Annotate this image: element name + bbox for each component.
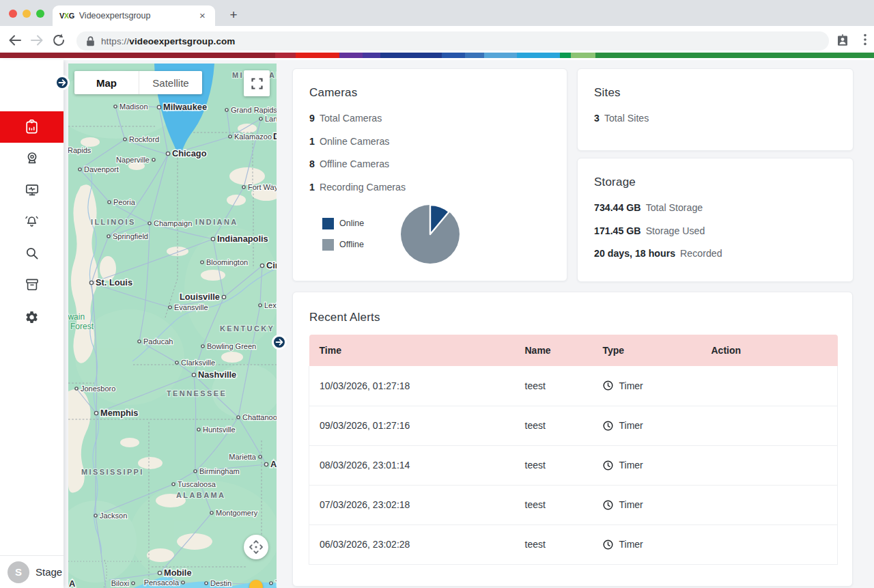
stat-row: 9Total Cameras (309, 113, 406, 124)
sidebar-item-monitors[interactable] (0, 174, 64, 206)
alert-name: teest (525, 445, 603, 485)
stripe-segment (339, 53, 363, 58)
storage-card: Storage 734.44 GBTotal Storage171.45 GBS… (577, 158, 854, 282)
map-expand-button[interactable] (272, 335, 287, 350)
map-city-dot (242, 186, 245, 188)
map-city-label: Lansing (265, 115, 277, 123)
clock-icon (603, 460, 613, 471)
legend-swatch (322, 218, 334, 229)
alert-time: 07/03/2026, 23:02:18 (309, 485, 525, 524)
map-city-dot (210, 512, 213, 514)
map-city-dot (260, 264, 264, 267)
alerts-table-header: TimeNameTypeAction (309, 335, 838, 366)
alert-row[interactable]: 09/03/2026, 01:27:16teestTimer (309, 406, 838, 445)
stripe-segment (465, 53, 484, 58)
alert-time: 09/03/2026, 01:27:16 (309, 406, 525, 445)
map-city-label: Madison (119, 102, 148, 111)
stat-row: 20 days, 18 hoursRecorded (594, 248, 722, 260)
sidebar-item-cameras[interactable] (0, 143, 64, 174)
alert-row[interactable]: 10/03/2026, 01:27:18teestTimer (309, 366, 838, 406)
map-city-label: Fort Wayne (248, 183, 277, 191)
new-tab-button[interactable]: + (225, 8, 242, 24)
map-city-dot (152, 158, 155, 161)
alert-action (711, 406, 838, 445)
legend-item: Offline (322, 238, 364, 251)
alert-row[interactable]: 07/03/2026, 23:02:18teestTimer (309, 485, 838, 524)
stat-label: Total Storage (646, 202, 703, 213)
map-city-dot (259, 456, 262, 458)
legend-label: Online (339, 219, 364, 228)
sidebar-item-dashboard[interactable] (0, 111, 64, 143)
recent-alerts-card: Recent Alerts TimeNameTypeAction 10/03/2… (292, 292, 853, 587)
map-city-dot (201, 261, 203, 264)
reload-icon[interactable] (50, 31, 68, 49)
map-city-label: Huntsville (203, 425, 236, 434)
map-city-dot (222, 295, 225, 298)
map-city-label: Louisville (180, 292, 220, 302)
map-city-label: Davenport (84, 165, 119, 173)
map-button[interactable]: Map (74, 71, 139, 94)
avatar: S (8, 561, 29, 583)
window-minimize-button[interactable] (23, 10, 31, 18)
map-city-label: Lexington (264, 301, 277, 309)
alerts-table: TimeNameTypeAction 10/03/2026, 01:27:18t… (309, 335, 838, 565)
sidebar-item-alerts[interactable] (0, 206, 64, 237)
browser-window: VXG Videoexpertsgroup × + https://videoe… (0, 0, 874, 588)
stat-label: Recorded (680, 248, 722, 259)
map-panel[interactable]: MICHIGANILLINOISINDIANAKENTUCKYTENNESSEE… (68, 64, 277, 588)
map-pan-button[interactable] (244, 535, 268, 559)
stat-value: 1 (309, 182, 315, 193)
map-city-dot (225, 109, 228, 111)
stat-value: 3 (594, 113, 600, 124)
map-fullscreen-button[interactable] (244, 70, 270, 96)
browser-tab[interactable]: VXG Videoexpertsgroup × (53, 5, 215, 26)
alert-name: teest (525, 524, 603, 564)
map-city-label: Pensacola (144, 578, 180, 587)
address-bar[interactable]: https://videoexpertsgroup.com (76, 31, 829, 51)
alert-name: teest (525, 366, 603, 406)
alert-type: Timer (603, 406, 711, 445)
profile-icon[interactable] (836, 33, 849, 47)
alert-row[interactable]: 08/03/2026, 23:01:14teestTimer (309, 445, 838, 485)
arrow-right-icon (58, 79, 66, 87)
storage-title: Storage (594, 176, 636, 189)
satellite-button[interactable]: Satellite (139, 71, 202, 94)
menu-dots-icon[interactable] (859, 33, 871, 46)
clock-icon (603, 540, 613, 550)
brand-color-stripe (0, 53, 874, 58)
alert-row[interactable]: 06/03/2026, 23:02:28teestTimer (309, 524, 838, 564)
alert-type: Timer (603, 445, 711, 485)
map-city-label: Indianapolis (217, 234, 268, 244)
browser-toolbar: https://videoexpertsgroup.com (0, 26, 874, 51)
cameras-icon (25, 151, 40, 166)
sidebar-item-search[interactable] (0, 238, 64, 269)
map-city-dot (194, 470, 197, 473)
map-city-dot (114, 105, 117, 108)
cameras-title: Cameras (309, 86, 357, 100)
back-icon[interactable] (6, 31, 24, 49)
window-zoom-button[interactable] (36, 10, 44, 18)
sidebar-user[interactable]: S Stage (0, 561, 64, 583)
stat-row: 171.45 GBStorage Used (594, 225, 722, 237)
stripe-segment (275, 53, 296, 58)
legend-label: Offline (339, 240, 364, 249)
map-city-dot (237, 416, 240, 419)
map-city-dot (229, 135, 231, 138)
map-city-dot (94, 514, 97, 517)
sidebar-item-settings[interactable] (0, 301, 64, 333)
map-city-label: Memphis (100, 408, 138, 418)
alert-name: teest (525, 406, 603, 445)
stripe-segment (517, 53, 560, 58)
alert-action (711, 524, 838, 564)
forward-icon[interactable] (28, 31, 46, 49)
map-city-dot (148, 222, 151, 225)
user-name: Stage (36, 566, 62, 578)
alerts-column-header: Time (309, 335, 525, 366)
alert-type-label: Timer (619, 539, 643, 550)
window-close-button[interactable] (9, 10, 17, 18)
map-city-dot (182, 581, 184, 584)
sidebar-item-storage[interactable] (0, 269, 64, 300)
sidebar-expand-button[interactable] (55, 75, 70, 90)
tab-close-icon[interactable]: × (197, 10, 208, 22)
map-city-label: Cedar Rapids (68, 146, 91, 154)
